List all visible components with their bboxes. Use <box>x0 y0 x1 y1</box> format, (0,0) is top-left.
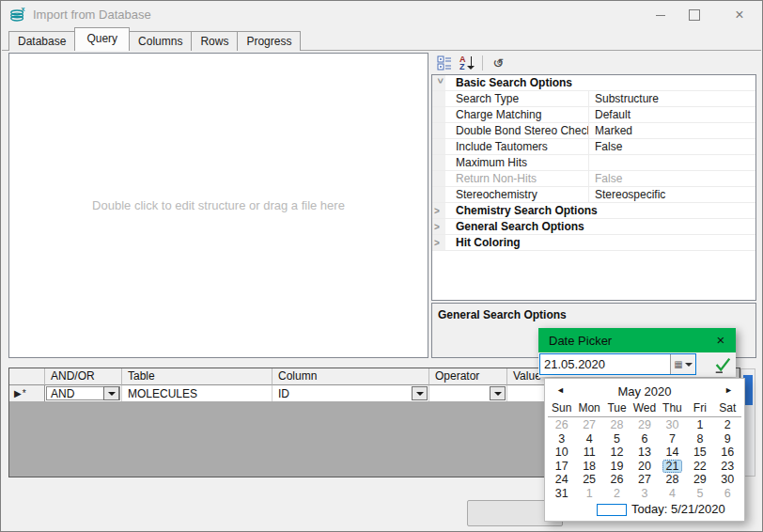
today-label[interactable]: Today: 5/21/2020 <box>631 502 725 516</box>
tabstrip: Database Query Columns Rows Progress <box>8 31 300 51</box>
calendar-day[interactable]: 27 <box>631 473 658 487</box>
calendar-day[interactable]: 1 <box>686 418 713 432</box>
calendar-day[interactable]: 8 <box>686 432 713 446</box>
chevron-right-icon: > <box>434 236 440 251</box>
property-row-maximum-hits[interactable]: Maximum Hits <box>432 155 755 171</box>
category-hit-coloring[interactable]: > Hit Coloring <box>432 235 755 251</box>
and-or-combobox[interactable]: AND <box>46 386 120 400</box>
calendar-day[interactable]: 4 <box>659 487 686 501</box>
calendar-day[interactable]: 29 <box>686 473 713 487</box>
categorized-icon <box>437 55 452 70</box>
maximize-button[interactable] <box>678 2 710 28</box>
category-general-search-options[interactable]: > General Search Options <box>432 219 755 235</box>
calendar-day[interactable]: 11 <box>575 446 602 460</box>
date-input[interactable] <box>540 354 670 374</box>
reset-button[interactable]: ↺ ⚙ <box>487 54 509 72</box>
chevron-down-icon: > <box>432 78 447 84</box>
calendar-day[interactable]: 30 <box>659 418 686 432</box>
date-picker-close-button[interactable]: × <box>712 331 729 348</box>
calendar-day[interactable]: 17 <box>548 460 575 474</box>
tab-rows[interactable]: Rows <box>191 31 238 51</box>
property-grid: > Basic Search Options Search Type Subst… <box>431 74 756 301</box>
calendar-day[interactable]: 3 <box>631 487 658 501</box>
chevron-right-icon: > <box>434 220 440 235</box>
calendar-day[interactable]: 3 <box>548 432 575 446</box>
calendar-day[interactable]: 13 <box>631 446 658 460</box>
calendar-day[interactable]: 4 <box>575 432 602 446</box>
calendar-day[interactable]: 6 <box>714 487 741 501</box>
category-basic-search-options[interactable]: > Basic Search Options <box>432 75 755 91</box>
property-row-stereochemistry[interactable]: Stereochemistry Stereospecific <box>432 187 755 203</box>
property-row-double-bond-stereo-check[interactable]: Double Bond Stereo Check Marked <box>432 123 755 139</box>
calendar-day-selected[interactable]: 21 <box>662 460 682 474</box>
calendar-day[interactable]: 18 <box>575 460 602 474</box>
calendar-day[interactable]: 5 <box>686 487 713 501</box>
structure-editor[interactable]: Double click to edit structure or drag a… <box>8 53 428 358</box>
calendar-day[interactable]: 7 <box>659 432 686 446</box>
calendar-day[interactable]: 31 <box>548 487 575 501</box>
operator-dropdown-button[interactable] <box>490 386 506 400</box>
calendar-day[interactable]: 15 <box>686 446 713 460</box>
chevron-right-icon: > <box>434 204 440 219</box>
calendar-day[interactable]: 23 <box>714 460 741 474</box>
calendar-day[interactable]: 16 <box>714 446 741 460</box>
property-row-search-type[interactable]: Search Type Substructure <box>432 91 755 107</box>
calendar-day[interactable]: 2 <box>714 418 741 432</box>
property-row-include-tautomers[interactable]: Include Tautomers False <box>432 139 755 155</box>
screen: x Import from Database × Database Query … <box>0 0 763 532</box>
calendar-day[interactable]: 27 <box>575 418 602 432</box>
close-icon: × <box>717 332 725 348</box>
calendar-day[interactable]: 29 <box>631 418 658 432</box>
table-cell[interactable]: MOLECULES <box>122 385 272 401</box>
weekday-label: Wed <box>631 400 658 416</box>
accept-date-button[interactable] <box>711 353 734 375</box>
calendar-day[interactable]: 24 <box>548 473 575 487</box>
calendar-day[interactable]: 14 <box>659 446 686 460</box>
calendar-day[interactable]: 26 <box>548 418 575 432</box>
operator-cell[interactable] <box>429 385 507 401</box>
tab-progress[interactable]: Progress <box>237 31 301 51</box>
svg-text:x: x <box>22 7 25 13</box>
calendar-popup: ◄ May 2020 ► SunMonTueWedThuFriSat 26272… <box>544 378 745 522</box>
and-or-dropdown-button[interactable] <box>103 386 119 400</box>
today-row[interactable]: Today: 5/21/2020 <box>545 502 744 517</box>
calendar-day[interactable]: 25 <box>575 473 602 487</box>
calendar-day[interactable]: 6 <box>631 432 658 446</box>
calendar-day[interactable]: 20 <box>631 460 658 474</box>
tab-columns[interactable]: Columns <box>129 31 192 51</box>
checkmark-icon <box>713 355 732 374</box>
calendar-day[interactable]: 28 <box>659 473 686 487</box>
calendar-day[interactable]: 28 <box>603 418 631 432</box>
categorized-view-button[interactable] <box>433 54 456 72</box>
calendar-day[interactable]: 1 <box>575 487 602 501</box>
and-or-cell[interactable]: AND <box>45 385 122 401</box>
calendar-day[interactable]: 5 <box>603 432 631 446</box>
calendar-day[interactable]: 12 <box>603 446 631 460</box>
calendar-day[interactable]: 30 <box>714 473 741 487</box>
toolbar-separator <box>482 55 483 70</box>
dropdown-arrow-icon <box>108 392 116 396</box>
calendar-day[interactable]: 9 <box>714 432 741 446</box>
weekday-label: Sat <box>714 400 741 416</box>
minimize-button[interactable] <box>645 2 677 28</box>
category-chemistry-search-options[interactable]: > Chemistry Search Options <box>432 203 755 219</box>
calendar-day[interactable]: 10 <box>548 446 575 460</box>
tab-query[interactable]: Query <box>74 27 130 51</box>
close-button[interactable]: × <box>724 2 755 28</box>
month-label[interactable]: May 2020 <box>545 384 744 399</box>
calendar-day[interactable]: 2 <box>603 487 631 501</box>
calendar-day[interactable]: 22 <box>686 460 713 474</box>
property-row-charge-matching[interactable]: Charge Matching Default <box>432 107 755 123</box>
calendar-dropdown-button[interactable]: ▦ <box>670 354 695 374</box>
weekday-label: Mon <box>575 400 602 416</box>
column-dropdown-button[interactable] <box>412 386 428 400</box>
tab-database[interactable]: Database <box>8 31 75 51</box>
dropdown-arrow-icon <box>416 392 424 396</box>
column-cell[interactable]: ID <box>272 385 429 401</box>
next-month-button[interactable]: ► <box>724 385 733 395</box>
calendar-day[interactable]: 19 <box>603 460 631 474</box>
header-row-selector <box>9 368 45 385</box>
date-picker-titlebar[interactable]: Date Picker × <box>538 328 736 352</box>
alphabetical-sort-button[interactable]: A Z <box>456 54 478 72</box>
calendar-day[interactable]: 26 <box>603 473 631 487</box>
